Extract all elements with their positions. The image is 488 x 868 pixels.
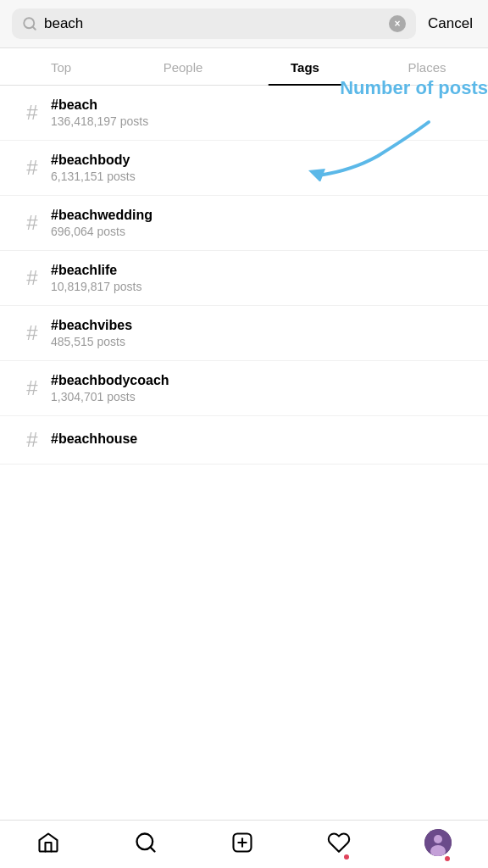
svg-point-9	[434, 835, 442, 843]
tag-info: #beachlife 10,819,817 posts	[51, 263, 474, 293]
search-nav-icon	[134, 831, 158, 854]
tag-name: #beach	[51, 97, 474, 113]
list-item[interactable]: # #beachbodycoach 1,304,701 posts	[0, 361, 488, 416]
tag-name: #beachbodycoach	[51, 373, 474, 388]
tag-posts: 485,515 posts	[51, 335, 474, 348]
cancel-button[interactable]: Cancel	[424, 15, 476, 32]
tag-info: #beachvibes 485,515 posts	[51, 318, 474, 348]
tab-places[interactable]: Places	[366, 48, 488, 85]
list-item[interactable]: # #beachvibes 485,515 posts	[0, 306, 488, 361]
bottom-nav	[0, 820, 488, 868]
home-icon	[36, 831, 60, 854]
tag-posts: 10,819,817 posts	[51, 280, 474, 293]
list-item[interactable]: # #beachhouse	[0, 416, 488, 465]
hash-icon: #	[14, 428, 51, 452]
tag-posts: 136,418,197 posts	[51, 114, 474, 128]
tab-top[interactable]: Top	[0, 48, 122, 85]
nav-add[interactable]	[230, 831, 254, 854]
heart-icon	[327, 831, 351, 854]
list-item[interactable]: # #beachwedding 696,064 posts	[0, 196, 488, 251]
search-input[interactable]	[44, 15, 382, 32]
tag-name: #beachbody	[51, 153, 474, 168]
list-item[interactable]: # #beachbody 6,131,151 posts	[0, 141, 488, 196]
hash-icon: #	[14, 376, 51, 400]
tag-info: #beachbody 6,131,151 posts	[51, 153, 474, 183]
search-icon	[22, 16, 37, 31]
hash-icon: #	[14, 211, 51, 235]
tag-posts: 1,304,701 posts	[51, 390, 474, 403]
nav-home[interactable]	[36, 831, 60, 854]
hash-icon: #	[14, 321, 51, 345]
tag-name: #beachvibes	[51, 318, 474, 333]
clear-button[interactable]: ×	[389, 15, 406, 32]
list-item[interactable]: # #beach 136,418,197 posts Number of pos…	[0, 86, 488, 141]
tag-posts: 696,064 posts	[51, 225, 474, 238]
tag-info: #beachhouse	[51, 431, 474, 448]
tab-tags[interactable]: Tags	[244, 48, 366, 85]
tag-list: # #beach 136,418,197 posts Number of pos…	[0, 86, 488, 465]
hash-icon: #	[14, 101, 51, 125]
list-item[interactable]: # #beachlife 10,819,817 posts	[0, 251, 488, 306]
profile-dot	[445, 856, 450, 861]
activity-dot	[344, 854, 349, 860]
add-icon	[230, 831, 254, 854]
tag-name: #beachhouse	[51, 431, 474, 447]
search-input-wrapper: ×	[12, 8, 416, 39]
svg-line-4	[150, 847, 154, 851]
tab-people[interactable]: People	[122, 48, 244, 85]
content-area: # #beach 136,418,197 posts Number of pos…	[0, 86, 488, 524]
tag-info: #beach 136,418,197 posts	[51, 97, 474, 128]
search-bar: × Cancel	[0, 0, 488, 48]
hash-icon: #	[14, 266, 51, 290]
nav-activity[interactable]	[327, 831, 351, 854]
svg-line-1	[32, 26, 35, 29]
tag-posts: 6,131,151 posts	[51, 170, 474, 183]
tag-info: #beachwedding 696,064 posts	[51, 208, 474, 238]
tag-name: #beachlife	[51, 263, 474, 278]
nav-profile[interactable]	[424, 829, 452, 856]
tag-info: #beachbodycoach 1,304,701 posts	[51, 373, 474, 403]
hash-icon: #	[14, 156, 51, 180]
tabs-bar: Top People Tags Places	[0, 48, 488, 86]
profile-avatar	[424, 829, 452, 856]
nav-search[interactable]	[134, 831, 158, 854]
tag-name: #beachwedding	[51, 208, 474, 223]
